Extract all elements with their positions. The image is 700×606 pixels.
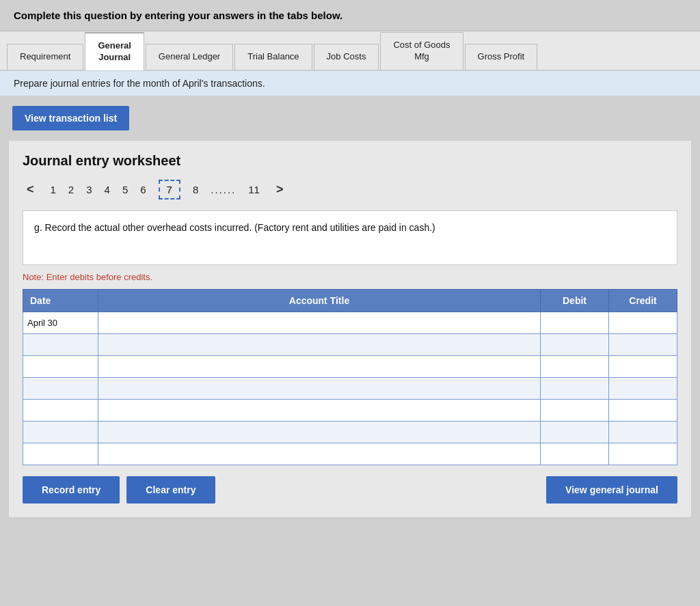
debit-cell-7[interactable]: [541, 443, 609, 465]
debit-cell-4[interactable]: [541, 377, 609, 399]
tab-job-costs[interactable]: Job Costs: [314, 44, 379, 70]
page-8[interactable]: 8: [193, 184, 198, 195]
header-debit: Debit: [541, 289, 609, 312]
header-date: Date: [23, 289, 98, 312]
next-page-button[interactable]: >: [272, 181, 288, 198]
debit-input-3[interactable]: [541, 356, 608, 377]
date-cell-6: [23, 421, 98, 443]
date-cell-5: [23, 399, 98, 421]
header-account: Account Title: [98, 289, 541, 312]
worksheet-title: Journal entry worksheet: [23, 153, 677, 169]
account-cell-4[interactable]: [98, 377, 541, 399]
date-cell-2: [23, 333, 98, 355]
top-banner: Complete this question by entering your …: [0, 0, 700, 31]
date-cell-7: [23, 443, 98, 465]
account-input-7[interactable]: [98, 443, 540, 465]
account-input-1[interactable]: [98, 312, 540, 333]
tab-requirement[interactable]: Requirement: [7, 44, 83, 70]
page-7[interactable]: 7: [159, 180, 180, 199]
date-cell-1: April 30: [23, 312, 98, 333]
credit-cell-5[interactable]: [609, 399, 677, 421]
table-row: [23, 377, 677, 399]
credit-cell-1[interactable]: [609, 312, 677, 333]
credit-cell-3[interactable]: [609, 355, 677, 377]
journal-table: Date Account Title Debit Credit April 30: [23, 289, 677, 465]
clear-entry-button[interactable]: Clear entry: [126, 476, 215, 504]
debit-input-5[interactable]: [541, 400, 608, 421]
credit-input-6[interactable]: [609, 422, 677, 443]
credit-cell-6[interactable]: [609, 421, 677, 443]
header-credit: Credit: [609, 289, 677, 312]
page-dots: ......: [211, 184, 236, 195]
debit-cell-5[interactable]: [541, 399, 609, 421]
debit-cell-1[interactable]: [541, 312, 609, 333]
page-4[interactable]: 4: [105, 184, 110, 195]
account-input-6[interactable]: [98, 422, 540, 443]
table-row: [23, 355, 677, 377]
debit-input-4[interactable]: [541, 378, 608, 399]
record-entry-button[interactable]: Record entry: [23, 476, 120, 504]
account-input-4[interactable]: [98, 378, 540, 399]
tab-general-ledger[interactable]: General Ledger: [146, 44, 233, 70]
view-transaction-button[interactable]: View transaction list: [12, 106, 129, 130]
page-6[interactable]: 6: [140, 184, 146, 195]
tabs-bar: Requirement GeneralJournal General Ledge…: [0, 31, 700, 71]
credit-input-1[interactable]: [609, 312, 677, 333]
account-cell-2[interactable]: [98, 333, 541, 355]
date-cell-3: [23, 355, 98, 377]
tab-trial-balance[interactable]: Trial Balance: [234, 44, 312, 70]
debit-cell-3[interactable]: [541, 355, 609, 377]
credit-cell-2[interactable]: [609, 333, 677, 355]
page-2[interactable]: 2: [68, 184, 74, 195]
prev-page-button[interactable]: <: [23, 181, 38, 198]
account-input-5[interactable]: [98, 400, 540, 421]
credit-input-3[interactable]: [609, 356, 677, 377]
table-row: [23, 333, 677, 355]
view-general-journal-button[interactable]: View general journal: [546, 476, 677, 504]
table-row: [23, 421, 677, 443]
tab-cost-of-goods[interactable]: Cost of GoodsMfg: [380, 32, 463, 70]
account-cell-3[interactable]: [98, 355, 541, 377]
credit-cell-4[interactable]: [609, 377, 677, 399]
credit-input-7[interactable]: [609, 443, 677, 465]
account-input-2[interactable]: [98, 334, 540, 355]
note-text: Note: Enter debits before credits.: [23, 272, 677, 282]
banner-text: Complete this question by entering your …: [14, 10, 342, 21]
table-row: [23, 399, 677, 421]
worksheet-container: Journal entry worksheet < 1 2 3 4 5 6 7 …: [8, 140, 692, 518]
pagination: < 1 2 3 4 5 6 7 8 ...... 11 >: [23, 180, 677, 199]
debit-input-6[interactable]: [541, 422, 608, 443]
credit-input-5[interactable]: [609, 400, 677, 421]
table-row: April 30: [23, 312, 677, 333]
credit-cell-7[interactable]: [609, 443, 677, 465]
tab-gross-profit[interactable]: Gross Profit: [465, 44, 538, 70]
credit-input-2[interactable]: [609, 334, 677, 355]
date-cell-4: [23, 377, 98, 399]
debit-cell-6[interactable]: [541, 421, 609, 443]
entry-description: g. Record the actual other overhead cost…: [23, 210, 677, 265]
debit-input-7[interactable]: [541, 443, 608, 465]
account-input-3[interactable]: [98, 356, 540, 377]
account-cell-1[interactable]: [98, 312, 541, 333]
instruction-text: Prepare journal entries for the month of…: [14, 78, 265, 89]
action-buttons: Record entry Clear entry View general jo…: [23, 476, 677, 504]
debit-cell-2[interactable]: [541, 333, 609, 355]
debit-input-1[interactable]: [541, 312, 608, 333]
page-11[interactable]: 11: [248, 184, 260, 195]
account-cell-7[interactable]: [98, 443, 541, 465]
account-cell-5[interactable]: [98, 399, 541, 421]
tab-general-journal[interactable]: GeneralJournal: [85, 32, 144, 70]
page-5[interactable]: 5: [122, 184, 128, 195]
debit-input-2[interactable]: [541, 334, 608, 355]
credit-input-4[interactable]: [609, 378, 677, 399]
table-row: [23, 443, 677, 465]
page-1[interactable]: 1: [51, 184, 56, 195]
instruction-bar: Prepare journal entries for the month of…: [0, 71, 700, 96]
page-3[interactable]: 3: [86, 184, 92, 195]
account-cell-6[interactable]: [98, 421, 541, 443]
